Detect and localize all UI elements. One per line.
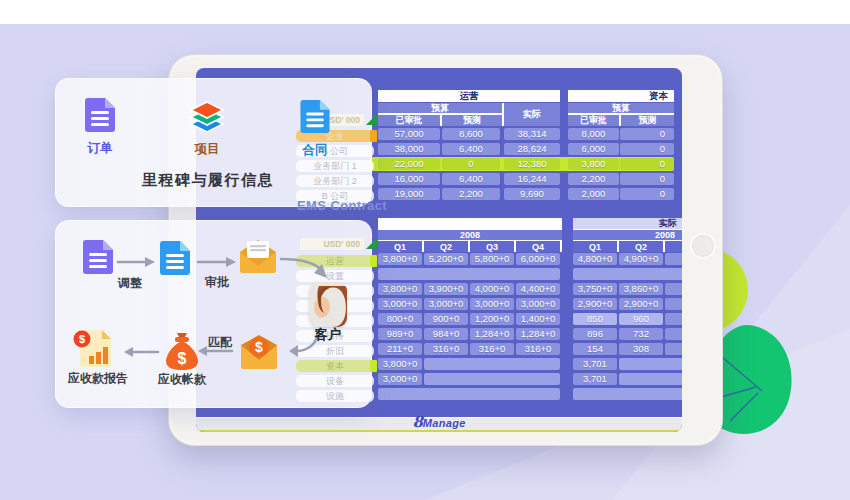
- capital-cell[interactable]: 0: [620, 188, 674, 200]
- value-cell[interactable]: 989+0: [378, 328, 422, 340]
- value-cell[interactable]: 3,900+0: [424, 283, 468, 295]
- value-cell[interactable]: 3,800+0: [378, 253, 422, 265]
- actual-header: 实际: [504, 103, 560, 126]
- approved-header: 已审批: [378, 115, 440, 126]
- empty-cell[interactable]: [573, 388, 682, 400]
- operating-cell[interactable]: 0: [442, 158, 500, 170]
- value-cell[interactable]: 6,000+0: [516, 253, 560, 265]
- operating-cell[interactable]: 38,000: [378, 143, 440, 155]
- operating-cell[interactable]: 2,200: [442, 188, 500, 200]
- capital-cell[interactable]: 0: [620, 158, 674, 170]
- empty-cell[interactable]: [573, 268, 682, 280]
- brand-logo-8: 8: [412, 415, 422, 430]
- value-cell[interactable]: 800+0: [378, 313, 422, 325]
- capital-group-header: 资本: [568, 90, 674, 102]
- empty-cell[interactable]: [619, 373, 682, 385]
- workflow-card: [55, 220, 372, 408]
- quarter-header[interactable]: Q2: [619, 241, 663, 252]
- value-cell[interactable]: 2,900+0: [573, 298, 617, 310]
- quarter-header[interactable]: Q1: [378, 241, 422, 252]
- brand-logo: 8Manage: [359, 415, 519, 430]
- year-header: 2008: [573, 230, 682, 240]
- capital-cell[interactable]: 0: [620, 143, 674, 155]
- operating-cell[interactable]: 9,690: [504, 188, 560, 200]
- value-cell[interactable]: 3,701: [573, 373, 617, 385]
- operating-cell[interactable]: 16,000: [378, 173, 440, 185]
- empty-cell[interactable]: [378, 268, 560, 280]
- operating-cell[interactable]: 22,000: [378, 158, 440, 170]
- value-cell[interactable]: 4,900+0: [619, 253, 663, 265]
- value-cell[interactable]: 2,900+0: [619, 298, 663, 310]
- operating-cell[interactable]: 6,400: [442, 173, 500, 185]
- capital-cell[interactable]: 2,200: [568, 173, 619, 185]
- value-cell[interactable]: 896: [573, 328, 617, 340]
- capital-cell[interactable]: 6,000: [568, 143, 619, 155]
- value-cell[interactable]: 3,701: [573, 358, 617, 370]
- empty-cell[interactable]: [665, 343, 682, 355]
- quarter-header[interactable]: Q2: [424, 241, 468, 252]
- value-cell[interactable]: 3,000+0: [378, 373, 422, 385]
- empty-cell[interactable]: [424, 373, 560, 385]
- value-cell[interactable]: 3,000+0: [378, 298, 422, 310]
- forecast-header: 预测: [621, 115, 674, 126]
- capital-cell[interactable]: 0: [620, 128, 674, 140]
- operating-cell[interactable]: 19,000: [378, 188, 440, 200]
- empty-cell[interactable]: [378, 388, 560, 400]
- empty-cell[interactable]: [665, 313, 682, 325]
- value-cell[interactable]: 3,800+0: [378, 358, 422, 370]
- operating-cell[interactable]: 8,600: [442, 128, 500, 140]
- quarter-header[interactable]: Q1: [573, 241, 617, 252]
- tablet-camera-button: [690, 233, 716, 259]
- value-cell[interactable]: 1,284+0: [516, 328, 560, 340]
- empty-cell[interactable]: [665, 328, 682, 340]
- value-cell[interactable]: 5,800+0: [470, 253, 514, 265]
- value-cell[interactable]: 316+0: [516, 343, 560, 355]
- value-cell[interactable]: 960: [619, 313, 663, 325]
- value-cell[interactable]: 1,284+0: [470, 328, 514, 340]
- value-cell[interactable]: 3,860+0: [619, 283, 663, 295]
- value-cell[interactable]: 154: [573, 343, 617, 355]
- capital-cell[interactable]: 0: [620, 173, 674, 185]
- brand-logo-text: Manage: [423, 417, 466, 429]
- operating-cell[interactable]: 57,000: [378, 128, 440, 140]
- operating-cell[interactable]: 12,380: [504, 158, 560, 170]
- quarter-header[interactable]: Q4: [516, 241, 560, 252]
- capital-cell[interactable]: 3,800: [568, 158, 619, 170]
- quarter-header[interactable]: [665, 241, 682, 252]
- empty-cell[interactable]: [665, 253, 682, 265]
- value-cell[interactable]: 1,400+0: [516, 313, 560, 325]
- empty-cell[interactable]: [424, 358, 560, 370]
- operating-cell[interactable]: 38,314: [504, 128, 560, 140]
- value-cell[interactable]: 4,800+0: [573, 253, 617, 265]
- operating-cell[interactable]: 6,400: [442, 143, 500, 155]
- value-cell[interactable]: 900+0: [424, 313, 468, 325]
- value-cell[interactable]: 3,750+0: [573, 283, 617, 295]
- value-cell[interactable]: 308: [619, 343, 663, 355]
- capital-cell[interactable]: 8,000: [568, 128, 619, 140]
- quarter-header[interactable]: Q3: [470, 241, 514, 252]
- value-cell[interactable]: 3,000+0: [470, 298, 514, 310]
- value-cell[interactable]: 316+0: [424, 343, 468, 355]
- approved-header: 已审批: [568, 115, 619, 126]
- value-cell[interactable]: 3,800+0: [378, 283, 422, 295]
- value-cell[interactable]: 5,200+0: [424, 253, 468, 265]
- operating-cell[interactable]: 16,244: [504, 173, 560, 185]
- empty-cell[interactable]: [665, 283, 682, 295]
- budget-header-block: 预算 (已审批+预算)2008Q1Q2Q3Q4: [378, 218, 562, 252]
- value-cell[interactable]: 4,400+0: [516, 283, 560, 295]
- empty-cell[interactable]: [665, 298, 682, 310]
- value-cell[interactable]: 850: [573, 313, 617, 325]
- value-cell[interactable]: 3,000+0: [516, 298, 560, 310]
- value-cell[interactable]: 984+0: [424, 328, 468, 340]
- capital-cell[interactable]: 2,000: [568, 188, 619, 200]
- value-cell[interactable]: 316+0: [470, 343, 514, 355]
- value-cell[interactable]: 211+0: [378, 343, 422, 355]
- year-header: 2008: [378, 230, 562, 240]
- value-cell[interactable]: 3,000+0: [424, 298, 468, 310]
- value-cell[interactable]: 1,200+0: [470, 313, 514, 325]
- value-cell[interactable]: 732: [619, 328, 663, 340]
- operating-cell[interactable]: 28,624: [504, 143, 560, 155]
- value-cell[interactable]: 4,000+0: [470, 283, 514, 295]
- budget-header: 预算: [568, 103, 674, 113]
- empty-cell[interactable]: [619, 358, 682, 370]
